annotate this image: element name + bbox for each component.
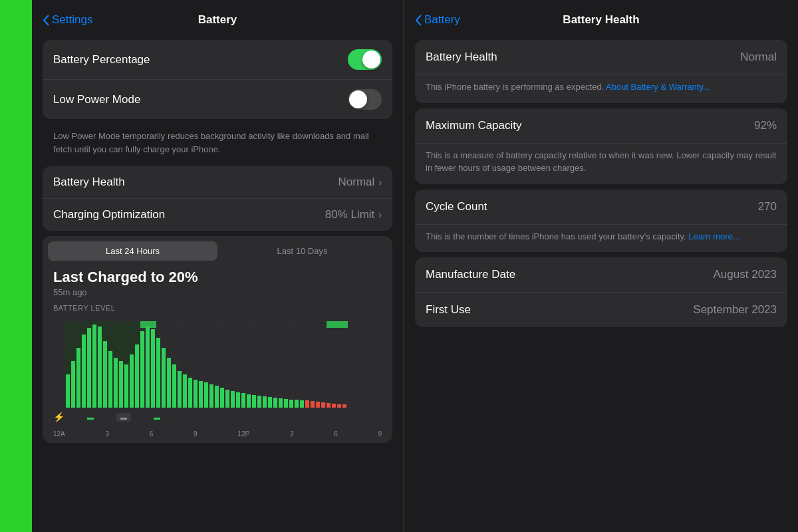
battery-back-button[interactable]: Battery <box>415 13 460 27</box>
svg-rect-21 <box>119 361 123 408</box>
svg-rect-57 <box>311 401 315 408</box>
svg-rect-27 <box>151 329 155 408</box>
left-nav-header: Settings Battery <box>32 0 403 40</box>
charging-optimization-row[interactable]: Charging Optimization 80% Limit › <box>43 199 392 231</box>
battery-health-row[interactable]: Battery Health Normal › <box>43 166 392 199</box>
svg-rect-50 <box>273 398 277 408</box>
svg-rect-54 <box>295 400 299 408</box>
svg-rect-20 <box>114 358 118 408</box>
right-back-label: Battery <box>424 13 460 27</box>
charging-optimization-label: Charging Optimization <box>53 208 165 221</box>
left-panel: Settings Battery Battery Percentage Low … <box>32 0 403 532</box>
charged-sub: 55m ago <box>53 287 382 297</box>
charging-optimization-right: 80% Limit › <box>325 208 382 221</box>
cycle-count-value: 270 <box>758 200 777 213</box>
svg-rect-10 <box>65 321 141 408</box>
right-nav-title: Battery Health <box>563 13 639 27</box>
svg-rect-37 <box>204 382 208 408</box>
chart-area: ⚡ ▬ ▬ ▬ <box>43 321 392 428</box>
dates-card: Manufacture Date August 2023 First Use S… <box>415 257 787 327</box>
back-label: Settings <box>52 13 92 27</box>
left-nav-title: Battery <box>198 13 237 27</box>
cycle-learn-more-link[interactable]: Learn more... <box>688 231 739 241</box>
svg-rect-64 <box>140 321 156 328</box>
green-sidebar <box>0 0 32 532</box>
cycle-count-label: Cycle Count <box>426 200 487 213</box>
chart-info: Last Charged to 20% 55m ago BATTERY LEVE… <box>43 266 392 321</box>
svg-rect-36 <box>199 381 203 408</box>
svg-rect-61 <box>332 404 336 408</box>
battery-warranty-link[interactable]: About Battery & Warranty... <box>606 82 710 92</box>
svg-rect-39 <box>215 386 219 408</box>
manufacture-date-row: Manufacture Date August 2023 <box>415 257 787 293</box>
svg-rect-34 <box>188 378 192 408</box>
battery-toggles-card: Battery Percentage Low Power Mode <box>43 40 392 119</box>
svg-rect-48 <box>263 396 267 408</box>
x-label-1: 3 <box>106 430 110 438</box>
svg-rect-65 <box>327 321 348 328</box>
battery-percentage-toggle[interactable] <box>348 49 382 70</box>
charging-bar-3: ▬ <box>150 413 164 422</box>
svg-rect-47 <box>257 396 261 408</box>
battery-percentage-row: Battery Percentage <box>43 40 392 80</box>
svg-rect-63 <box>342 404 346 408</box>
svg-rect-11 <box>66 374 70 408</box>
charging-icon-1: ⚡ <box>53 412 65 422</box>
svg-rect-56 <box>305 400 309 408</box>
right-panel-content: Battery Health Normal This iPhone batter… <box>404 40 798 532</box>
svg-rect-26 <box>146 327 150 408</box>
chevron-right-icon-2: › <box>378 209 382 220</box>
svg-rect-28 <box>156 338 160 408</box>
svg-rect-18 <box>103 341 107 408</box>
battery-health-card: Battery Health Normal › Charging Optimiz… <box>43 166 392 231</box>
low-power-mode-toggle[interactable] <box>348 89 382 110</box>
svg-rect-40 <box>220 388 224 408</box>
chart-label: BATTERY LEVEL <box>53 304 382 312</box>
first-use-label: First Use <box>426 303 471 317</box>
toggle-knob-off <box>349 90 367 108</box>
maximum-capacity-row: Maximum Capacity 92% <box>415 108 787 144</box>
svg-rect-31 <box>172 364 176 408</box>
battery-health-info: This iPhone battery is performing as exp… <box>415 75 787 103</box>
svg-rect-15 <box>87 328 91 408</box>
settings-back-button[interactable]: Settings <box>43 13 92 27</box>
tab-24-hours[interactable]: Last 24 Hours <box>48 241 217 261</box>
battery-health-label: Battery Health <box>53 176 125 189</box>
charging-optimization-value: 80% Limit <box>325 208 375 221</box>
charging-bar-2: ▬ <box>116 413 131 422</box>
manufacture-date-value: August 2023 <box>714 268 777 281</box>
svg-rect-23 <box>130 354 134 408</box>
x-label-4: 12P <box>237 430 249 438</box>
svg-rect-59 <box>321 402 325 408</box>
right-panel: Battery Battery Health Battery Health No… <box>404 0 798 532</box>
battery-health-main-row: Battery Health Normal <box>415 40 787 75</box>
svg-rect-30 <box>167 358 171 408</box>
low-power-mode-row: Low Power Mode <box>43 80 392 119</box>
cycle-count-card: Cycle Count 270 This is the number of ti… <box>415 190 787 253</box>
svg-rect-29 <box>162 348 166 408</box>
maximum-capacity-value: 92% <box>754 119 777 132</box>
manufacture-date-label: Manufacture Date <box>426 268 515 281</box>
x-label-2: 6 <box>150 430 154 438</box>
svg-rect-44 <box>241 393 245 408</box>
battery-health-value: Normal <box>338 176 375 189</box>
battery-chart-svg <box>53 321 382 408</box>
health-info-text: This iPhone battery is performing as exp… <box>426 82 604 92</box>
svg-rect-49 <box>268 397 272 408</box>
svg-rect-55 <box>300 400 304 408</box>
svg-rect-51 <box>279 398 283 408</box>
cycle-info-text: This is the number of times iPhone has u… <box>426 231 686 241</box>
svg-rect-58 <box>316 402 320 408</box>
svg-rect-25 <box>140 331 144 408</box>
svg-rect-12 <box>71 361 75 408</box>
x-label-6: 6 <box>334 430 338 438</box>
tab-10-days[interactable]: Last 10 Days <box>217 241 387 261</box>
charged-title: Last Charged to 20% <box>53 269 382 286</box>
low-power-info: Low Power Mode temporarily reduces backg… <box>43 124 392 166</box>
maximum-capacity-card: Maximum Capacity 92% This is a measure o… <box>415 108 787 184</box>
svg-rect-60 <box>327 403 331 408</box>
x-label-0: 12A <box>53 430 65 438</box>
svg-rect-32 <box>178 371 182 408</box>
low-power-mode-label: Low Power Mode <box>53 93 140 106</box>
battery-chart-card: Last 24 Hours Last 10 Days Last Charged … <box>43 236 392 443</box>
